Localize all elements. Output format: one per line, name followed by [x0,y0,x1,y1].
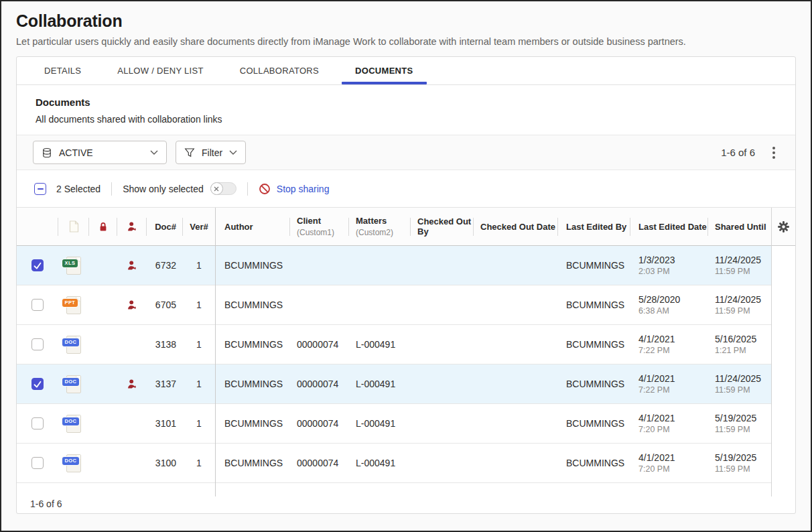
scope-dropdown[interactable]: ACTIVE [33,141,167,164]
shared-cell [117,260,147,271]
tab-collaborators[interactable]: COLLABORATORS [222,57,337,84]
shared-until-cell: 5/16/2025 1:21 PM [708,325,771,364]
header-file-type-column[interactable] [58,208,89,245]
shared-cell [117,379,147,389]
file-type-badge: XLS [62,259,78,268]
file-type-cell: DOC [58,375,89,393]
author-cell: BCUMMINGS [215,458,290,468]
client-cell: 00000074 [290,339,349,350]
header-last-edited-date[interactable]: Last Edited Date [630,208,708,245]
last-edited-date: 4/1/2021 [638,412,708,424]
last-edited-time: 7:20 PM [638,424,708,435]
more-options-kebab-icon[interactable] [768,144,779,161]
file-icon: XLS [66,257,81,275]
row-checkbox[interactable] [31,457,44,469]
row-checkbox[interactable] [31,417,44,429]
file-type-cell: PPT [58,296,89,314]
last-edited-time: 7:22 PM [638,345,708,356]
row-checkbox-cell [17,417,58,429]
version-cell: 1 [183,260,215,271]
table-footer: 1-6 of 6 [17,496,795,509]
tab-documents[interactable]: DOCUMENTS [337,57,431,84]
select-all-checkbox[interactable] [34,183,46,195]
header-client[interactable]: Client (Custom1) [290,208,349,245]
database-icon [42,147,52,158]
table-row[interactable]: XLS 6732 1 BCUMMINGS BCUMMINGS 1/3/2023 … [17,246,771,285]
header-matters[interactable]: Matters (Custom2) [349,208,411,245]
column-settings-button[interactable] [772,208,795,246]
header-checked-out-by[interactable]: Checked Out By [411,208,474,245]
header-author[interactable]: Author [215,208,290,245]
table-row[interactable]: DOC 3101 1 BCUMMINGS 00000074 L-000491 B… [17,404,771,444]
page-title: Collaboration [16,11,796,31]
scope-dropdown-label: ACTIVE [59,147,93,158]
row-checkbox[interactable] [31,378,44,390]
header-shared-until[interactable]: Shared Until [708,208,771,245]
file-type-badge: DOC [62,417,79,426]
header-last-edited-by[interactable]: Last Edited By [558,208,630,245]
header-doc-number[interactable]: Doc# [147,208,183,245]
stop-sharing-button[interactable]: Stop sharing [259,183,330,195]
shared-user-icon [127,221,137,232]
divider [111,182,112,196]
doc-number-cell: 3137 [147,379,183,389]
shared-until-cell: 11/24/2025 11:59 PM [708,246,771,285]
show-only-selected-toggle[interactable] [210,182,236,195]
doc-number-cell: 3101 [147,418,183,429]
client-cell: 00000074 [290,418,349,429]
last-edited-date: 1/3/2023 [638,254,708,266]
header-version[interactable]: Ver# [183,208,215,245]
client-cell: 00000074 [290,379,349,389]
last-edited-date: 4/1/2021 [638,452,708,464]
header-checkbox-column [17,208,58,245]
header-client-label: Client [297,215,321,227]
table-row[interactable]: DOC 3138 1 BCUMMINGS 00000074 L-000491 B… [17,325,771,364]
file-type-cell: DOC [58,415,89,433]
version-cell: 1 [183,379,215,389]
shared-cell [117,418,147,429]
shared-user-icon [127,300,137,310]
row-checkbox[interactable] [31,299,44,311]
filter-dropdown-label: Filter [202,147,222,158]
filter-funnel-icon [184,147,195,158]
chevron-down-icon [150,150,158,155]
shared-until-cell: 5/19/2025 11:59 PM [708,444,771,482]
matters-cell: L-000491 [349,339,411,350]
last-edited-by-cell: BCUMMINGS [558,339,630,350]
doc-number-cell: 3138 [147,339,183,350]
row-checkbox-cell [17,259,58,271]
shared-until-time: 11:59 PM [715,385,771,395]
show-only-selected-label: Show only selected [123,184,204,194]
header-checked-out-date[interactable]: Checked Out Date [474,208,558,245]
matters-cell: L-000491 [349,379,411,389]
selection-bar: 2 Selected Show only selected Stop shari… [17,170,795,208]
table-row[interactable]: DOC 3100 1 BCUMMINGS 00000074 L-000491 B… [17,444,771,483]
version-cell: 1 [183,339,215,350]
section-subtitle: All documents shared with collaboration … [36,114,776,125]
shared-until-cell: 5/19/2025 11:59 PM [708,404,771,443]
shared-until-date: 11/24/2025 [715,293,771,306]
shared-cell [117,300,147,310]
author-cell: BCUMMINGS [215,260,290,271]
row-checkbox[interactable] [31,338,44,350]
last-edited-date-cell: 4/1/2021 7:22 PM [630,325,708,364]
shared-until-date: 11/24/2025 [715,373,771,385]
tab-details[interactable]: DETAILS [26,57,99,84]
lock-icon [98,222,108,232]
table-row[interactable]: PPT 6705 1 BCUMMINGS BCUMMINGS 5/28/2020… [17,285,771,325]
header-shared-column[interactable] [117,208,147,245]
row-checkbox-cell [17,299,58,311]
filter-dropdown[interactable]: Filter [176,141,246,164]
section-title: Documents [36,96,776,108]
divider [247,182,248,196]
file-type-cell: XLS [58,257,89,275]
table-row[interactable]: DOC 3137 1 BCUMMINGS 00000074 L-000491 B… [17,364,771,404]
author-cell: BCUMMINGS [215,379,290,389]
header-lock-column[interactable] [89,208,117,245]
row-checkbox[interactable] [31,259,44,271]
last-edited-time: 2:03 PM [638,266,708,277]
tab-allow-deny-list[interactable]: ALLOW / DENY LIST [99,57,221,84]
shared-until-time: 11:59 PM [715,306,771,316]
last-edited-time: 6:38 AM [638,306,708,316]
shared-user-icon [127,260,137,271]
